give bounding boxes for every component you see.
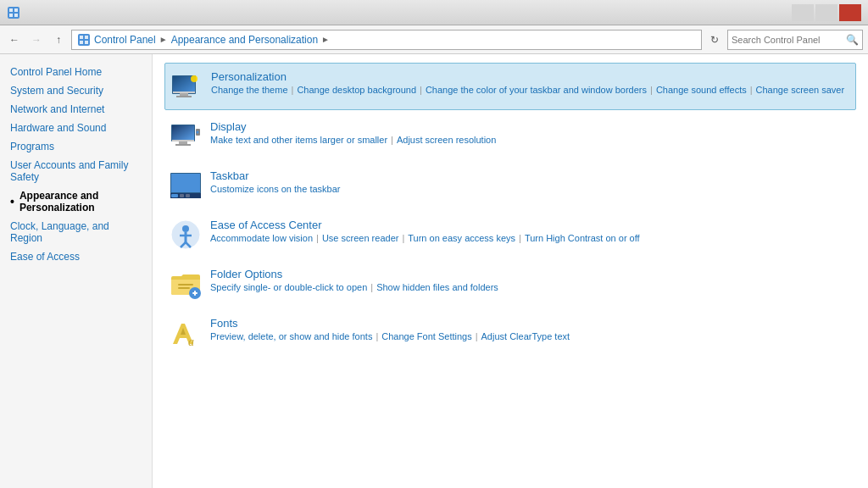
separator: | bbox=[370, 282, 373, 292]
svg-point-32 bbox=[182, 225, 189, 232]
svg-rect-15 bbox=[176, 96, 192, 97]
svg-rect-13 bbox=[173, 92, 195, 93]
link-fonts-1[interactable]: Change Font Settings bbox=[381, 331, 471, 341]
link-ease-of-access-center-0[interactable]: Accommodate low vision bbox=[210, 233, 313, 243]
main-window: Control Panel HomeSystem and SecurityNet… bbox=[0, 54, 868, 488]
maximize-button[interactable] bbox=[815, 4, 837, 21]
svg-rect-3 bbox=[9, 14, 13, 17]
link-folder-options-1[interactable]: Show hidden files and folders bbox=[376, 282, 498, 292]
link-display-1[interactable]: Adjust screen resolution bbox=[397, 135, 496, 145]
svg-rect-7 bbox=[85, 36, 88, 39]
section-fonts: a FontsPreview, delete, or show and hide… bbox=[164, 310, 856, 356]
search-input[interactable] bbox=[732, 35, 846, 45]
section-personalization: PersonalizationChange the theme|Change d… bbox=[164, 63, 856, 110]
address-path: Control Panel ► Appearance and Personali… bbox=[71, 30, 702, 50]
link-taskbar-0[interactable]: Customize icons on the taskbar bbox=[210, 184, 340, 194]
search-box: 🔍 bbox=[727, 30, 863, 50]
text-folder-options: Folder OptionsSpecify single- or double-… bbox=[210, 268, 851, 292]
separator: | bbox=[420, 85, 422, 95]
section-ease-of-access-center: Ease of Access CenterAccommodate low vis… bbox=[164, 212, 856, 258]
separator: | bbox=[316, 233, 319, 243]
svg-rect-22 bbox=[175, 144, 191, 146]
svg-rect-14 bbox=[180, 93, 188, 96]
title-taskbar[interactable]: Taskbar bbox=[210, 169, 851, 182]
svg-text:a: a bbox=[188, 336, 194, 348]
svg-rect-2 bbox=[14, 8, 18, 12]
text-fonts: FontsPreview, delete, or show and hide f… bbox=[210, 317, 851, 341]
title-ease-of-access-center[interactable]: Ease of Access Center bbox=[210, 219, 851, 231]
link-personalization-1[interactable]: Change desktop background bbox=[297, 85, 416, 95]
path-chevron-1: ► bbox=[159, 35, 168, 44]
svg-rect-20 bbox=[172, 140, 194, 141]
separator: | bbox=[292, 85, 294, 95]
link-ease-of-access-center-2[interactable]: Turn on easy access keys bbox=[408, 233, 515, 243]
path-icon bbox=[77, 33, 91, 47]
link-display-0[interactable]: Make text and other items larger or smal… bbox=[210, 135, 387, 145]
separator: | bbox=[650, 85, 653, 95]
back-button[interactable]: ← bbox=[5, 30, 24, 49]
path-chevron-2: ► bbox=[321, 35, 330, 44]
sidebar-item-system-security[interactable]: System and Security bbox=[0, 81, 152, 100]
separator: | bbox=[476, 331, 478, 341]
sidebar-item-appearance[interactable]: Appearance and Personalization bbox=[0, 186, 152, 217]
svg-rect-8 bbox=[80, 41, 83, 44]
address-bar: ← → ↑ Control Panel ► Appearance and Per… bbox=[0, 25, 868, 54]
links-display: Make text and other items larger or smal… bbox=[210, 135, 851, 145]
text-taskbar: TaskbarCustomize icons on the taskbar bbox=[210, 169, 851, 194]
svg-rect-26 bbox=[171, 174, 200, 192]
window-controls bbox=[792, 4, 861, 21]
link-personalization-3[interactable]: Change sound effects bbox=[656, 85, 747, 95]
forward-button[interactable]: → bbox=[27, 30, 46, 49]
svg-point-16 bbox=[191, 75, 198, 82]
sidebar-item-user-accounts[interactable]: User Accounts and Family Safety bbox=[0, 156, 152, 186]
section-taskbar: TaskbarCustomize icons on the taskbar bbox=[164, 163, 856, 208]
svg-rect-1 bbox=[9, 8, 13, 12]
up-button[interactable]: ↑ bbox=[49, 30, 68, 49]
separator: | bbox=[376, 331, 378, 341]
links-folder-options: Specify single- or double-click to open|… bbox=[210, 282, 851, 292]
path-appearance[interactable]: Appearance and Personalization bbox=[171, 34, 318, 46]
link-ease-of-access-center-1[interactable]: Use screen reader bbox=[322, 233, 399, 243]
address-right: ↻ 🔍 bbox=[705, 30, 863, 50]
svg-rect-38 bbox=[178, 287, 190, 289]
link-personalization-0[interactable]: Change the theme bbox=[211, 85, 288, 95]
link-personalization-2[interactable]: Change the color of your taskbar and win… bbox=[426, 85, 647, 95]
sidebar-item-hardware-sound[interactable]: Hardware and Sound bbox=[0, 119, 152, 137]
text-ease-of-access-center: Ease of Access CenterAccommodate low vis… bbox=[210, 219, 851, 243]
links-personalization: Change the theme|Change desktop backgrou… bbox=[211, 85, 850, 95]
links-taskbar: Customize icons on the taskbar bbox=[210, 184, 851, 194]
link-ease-of-access-center-3[interactable]: Turn High Contrast on or off bbox=[525, 233, 640, 243]
svg-rect-19 bbox=[172, 125, 194, 140]
sidebar-item-ease-access[interactable]: Ease of Access bbox=[0, 247, 152, 266]
links-fonts: Preview, delete, or show and hide fonts|… bbox=[210, 331, 851, 341]
sidebar-item-clock-language[interactable]: Clock, Language, and Region bbox=[0, 217, 152, 247]
path-control-panel[interactable]: Control Panel bbox=[94, 34, 156, 46]
separator: | bbox=[519, 233, 521, 243]
link-fonts-2[interactable]: Adjust ClearType text bbox=[481, 331, 570, 341]
title-personalization[interactable]: Personalization bbox=[211, 70, 850, 83]
sidebar-item-programs[interactable]: Programs bbox=[0, 137, 152, 156]
refresh-button[interactable]: ↻ bbox=[705, 30, 724, 49]
svg-rect-9 bbox=[85, 41, 88, 44]
minimize-button[interactable] bbox=[792, 4, 814, 21]
svg-rect-30 bbox=[186, 194, 190, 197]
link-fonts-0[interactable]: Preview, delete, or show and hide fonts bbox=[210, 331, 372, 341]
close-button[interactable] bbox=[839, 4, 861, 21]
separator: | bbox=[391, 135, 393, 145]
title-display[interactable]: Display bbox=[210, 120, 851, 133]
icon-taskbar bbox=[170, 169, 202, 202]
content-area: PersonalizationChange the theme|Change d… bbox=[153, 54, 868, 488]
separator: | bbox=[750, 85, 753, 95]
sidebar-item-control-panel-home[interactable]: Control Panel Home bbox=[0, 63, 152, 81]
title-fonts[interactable]: Fonts bbox=[210, 317, 851, 330]
link-folder-options-0[interactable]: Specify single- or double-click to open bbox=[210, 282, 367, 292]
icon-personalization bbox=[170, 70, 203, 103]
section-folder-options: Folder OptionsSpecify single- or double-… bbox=[164, 261, 856, 307]
title-folder-options[interactable]: Folder Options bbox=[210, 268, 851, 280]
section-display: DisplayMake text and other items larger … bbox=[164, 114, 856, 159]
window-icon bbox=[7, 6, 20, 19]
icon-folder-options bbox=[170, 268, 202, 300]
search-icon: 🔍 bbox=[846, 34, 859, 46]
link-personalization-4[interactable]: Change screen saver bbox=[756, 85, 845, 95]
sidebar-item-network-internet[interactable]: Network and Internet bbox=[0, 100, 152, 119]
